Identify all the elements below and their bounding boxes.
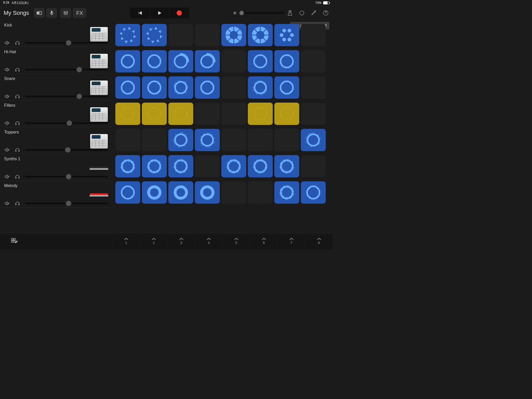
- mixer-button[interactable]: [60, 8, 71, 18]
- instrument-icon[interactable]: [89, 187, 109, 203]
- headphones-icon[interactable]: [15, 201, 20, 206]
- instrument-icon[interactable]: [89, 79, 109, 96]
- loop-cell[interactable]: [274, 155, 299, 177]
- loop-cell[interactable]: [195, 155, 220, 177]
- settings-wrench-icon[interactable]: [311, 10, 317, 16]
- mute-icon[interactable]: [4, 147, 10, 153]
- loop-cell[interactable]: [168, 181, 193, 204]
- loop-cell[interactable]: [221, 24, 246, 46]
- headphones-icon[interactable]: [15, 67, 20, 72]
- loop-cell[interactable]: [301, 155, 326, 177]
- loop-cell[interactable]: [221, 76, 246, 99]
- record-button[interactable]: [169, 8, 189, 18]
- loop-cell[interactable]: [115, 155, 140, 177]
- track-row[interactable]: Melody: [0, 181, 112, 208]
- loop-cell[interactable]: [115, 129, 140, 151]
- loop-cell[interactable]: [195, 24, 220, 46]
- loop-cell[interactable]: [248, 24, 273, 46]
- loop-cell[interactable]: [301, 129, 326, 151]
- loop-cell[interactable]: [115, 181, 140, 204]
- mute-icon[interactable]: [4, 67, 10, 72]
- loop-cell[interactable]: [248, 50, 273, 72]
- mute-icon[interactable]: [4, 201, 10, 206]
- headphones-icon[interactable]: [15, 174, 20, 179]
- go-to-start-button[interactable]: [130, 8, 150, 18]
- track-row[interactable]: Snare: [0, 74, 112, 101]
- headphones-icon[interactable]: [15, 94, 20, 99]
- instrument-icon[interactable]: [89, 133, 109, 150]
- loop-cell[interactable]: [221, 129, 246, 151]
- loop-cell[interactable]: [168, 76, 193, 99]
- mute-icon[interactable]: [4, 120, 10, 126]
- column-trigger[interactable]: 7: [277, 238, 305, 245]
- loop-cell[interactable]: [221, 155, 246, 177]
- loop-cell[interactable]: [221, 50, 246, 72]
- loop-cell[interactable]: [168, 50, 193, 72]
- play-button[interactable]: [150, 8, 169, 18]
- loop-cell[interactable]: [168, 129, 193, 151]
- loop-cell[interactable]: [248, 181, 273, 204]
- loop-cell[interactable]: [142, 24, 167, 46]
- column-trigger[interactable]: 8: [305, 238, 332, 245]
- column-trigger[interactable]: 6: [250, 238, 277, 245]
- loop-cell[interactable]: [115, 50, 140, 72]
- loop-cell[interactable]: [142, 76, 167, 99]
- loop-cell[interactable]: [195, 103, 220, 125]
- loop-cell[interactable]: [301, 76, 326, 99]
- loop-cell[interactable]: [301, 181, 326, 204]
- loop-cell[interactable]: [195, 50, 220, 72]
- loop-cell[interactable]: [301, 103, 326, 125]
- track-row[interactable]: Fillers: [0, 101, 112, 127]
- headphones-icon[interactable]: [15, 120, 20, 126]
- instrument-icon[interactable]: [89, 53, 109, 69]
- instrument-icon[interactable]: [89, 26, 109, 43]
- column-trigger[interactable]: 5: [222, 238, 250, 245]
- loop-cell[interactable]: [195, 129, 220, 151]
- microphone-button[interactable]: [46, 8, 57, 18]
- headphones-icon[interactable]: [15, 147, 20, 153]
- loop-cell[interactable]: [301, 24, 326, 46]
- loop-cell[interactable]: [274, 50, 299, 72]
- view-toggle-button[interactable]: [34, 8, 45, 18]
- fx-button[interactable]: FX: [73, 8, 87, 18]
- loop-cell[interactable]: [248, 155, 273, 177]
- loop-cell[interactable]: [248, 129, 273, 151]
- loop-cell[interactable]: [115, 76, 140, 99]
- loop-cell[interactable]: [248, 76, 273, 99]
- instrument-icon[interactable]: [89, 106, 109, 123]
- mute-icon[interactable]: [4, 174, 10, 179]
- loop-cell[interactable]: [221, 181, 246, 204]
- loop-cell[interactable]: [115, 103, 140, 125]
- loop-browser-icon[interactable]: [299, 10, 305, 16]
- mute-icon[interactable]: [4, 94, 10, 99]
- column-trigger[interactable]: 4: [195, 238, 222, 245]
- loop-cell[interactable]: [274, 129, 299, 151]
- loop-cell[interactable]: [142, 155, 167, 177]
- loop-cell[interactable]: [168, 103, 193, 125]
- loop-cell[interactable]: [142, 103, 167, 125]
- column-trigger[interactable]: 2: [140, 238, 167, 245]
- loop-cell[interactable]: [274, 24, 299, 46]
- loop-cell[interactable]: [248, 103, 273, 125]
- instrument-icon[interactable]: [89, 160, 109, 176]
- loop-cell[interactable]: [142, 50, 167, 72]
- loop-cell[interactable]: [221, 103, 246, 125]
- master-volume[interactable]: [232, 10, 284, 16]
- column-trigger[interactable]: 1: [112, 238, 140, 245]
- loop-cell[interactable]: [168, 24, 193, 46]
- track-row[interactable]: Hi-Hat: [0, 47, 112, 74]
- track-row[interactable]: Synths 1: [0, 154, 112, 181]
- loop-cell[interactable]: [274, 103, 299, 125]
- mute-icon[interactable]: [4, 40, 10, 46]
- loop-cell[interactable]: [301, 50, 326, 72]
- loop-cell[interactable]: [195, 181, 220, 204]
- loop-cell[interactable]: [274, 76, 299, 99]
- my-songs-button[interactable]: My Songs: [4, 10, 29, 16]
- track-row[interactable]: Toppers: [0, 127, 112, 154]
- track-row[interactable]: Kick: [0, 20, 112, 47]
- loop-cell[interactable]: [274, 181, 299, 204]
- metronome-icon[interactable]: [287, 10, 293, 16]
- column-trigger[interactable]: 3: [167, 238, 195, 245]
- loop-cell[interactable]: [142, 129, 167, 151]
- help-icon[interactable]: [323, 10, 329, 16]
